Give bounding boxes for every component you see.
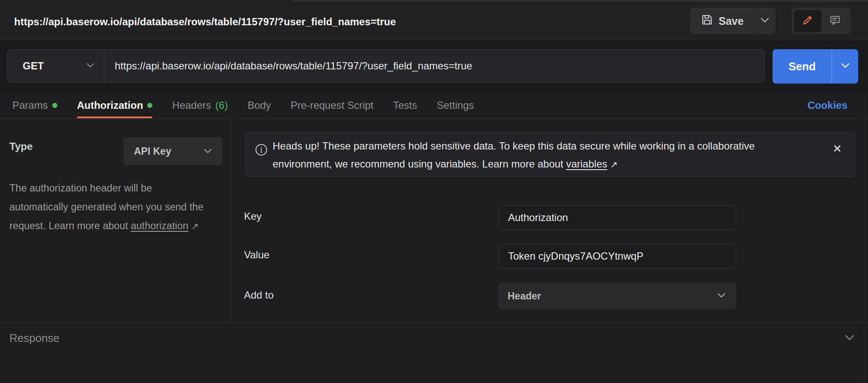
authorization-docs-link[interactable]: authorization bbox=[131, 220, 188, 231]
banner-close-icon[interactable]: ✕ bbox=[832, 143, 842, 154]
tab-authorization[interactable]: Authorization bbox=[77, 92, 153, 118]
value-field-label: Value bbox=[244, 249, 270, 261]
tab-body-label: Body bbox=[247, 99, 271, 111]
auth-description-line3: request. Learn more about bbox=[9, 220, 131, 231]
active-tab-underline bbox=[77, 117, 153, 118]
auth-description: The authorization header will be automat… bbox=[9, 179, 226, 236]
request-header: https://api.baserow.io/api/database/rows… bbox=[0, 2, 868, 41]
auth-type-dropdown[interactable]: API Key bbox=[123, 138, 223, 165]
save-button-label: Save bbox=[719, 15, 743, 27]
key-field-label: Key bbox=[244, 210, 262, 222]
auth-type-label: Type bbox=[9, 141, 33, 153]
send-options-button[interactable] bbox=[832, 49, 858, 84]
response-section[interactable]: Response bbox=[0, 323, 868, 383]
auth-type-value: API Key bbox=[134, 146, 171, 157]
edit-comment-toggle bbox=[792, 8, 851, 34]
green-dot-icon bbox=[52, 103, 57, 108]
request-tabs: Params Authorization Headers (6) Body Pr… bbox=[0, 92, 868, 119]
auth-description-line1: The authorization header will be bbox=[9, 183, 152, 194]
key-field-input[interactable]: Authorization bbox=[498, 205, 736, 230]
tab-tests[interactable]: Tests bbox=[393, 92, 417, 118]
app-window: https://api.baserow.io/api/database/rows… bbox=[0, 0, 868, 383]
chevron-down-icon bbox=[841, 63, 850, 70]
send-split-button: Send bbox=[773, 49, 858, 84]
request-title: https://api.baserow.io/api/database/rows… bbox=[14, 2, 396, 41]
banner-line2: environment, we recommend using variable… bbox=[273, 158, 566, 170]
tab-pre-request-script[interactable]: Pre-request Script bbox=[291, 92, 373, 118]
green-dot-icon bbox=[147, 103, 152, 108]
header-divider bbox=[780, 11, 781, 33]
chevron-down-icon bbox=[86, 62, 95, 70]
method-dropdown[interactable]: GET bbox=[7, 50, 104, 82]
chevron-down-icon bbox=[203, 148, 212, 156]
save-options-button[interactable] bbox=[754, 8, 776, 34]
cookies-link[interactable]: Cookies bbox=[808, 92, 847, 119]
tab-tests-label: Tests bbox=[393, 99, 417, 111]
external-link-arrow-icon: ↗ bbox=[610, 159, 618, 169]
tab-settings-label: Settings bbox=[437, 99, 474, 111]
chevron-down-icon bbox=[760, 17, 770, 25]
banner-text: Heads up! These parameters hold sensitiv… bbox=[273, 137, 829, 174]
response-label: Response bbox=[9, 332, 59, 345]
tab-params[interactable]: Params bbox=[12, 92, 57, 118]
banner-line1: Heads up! These parameters hold sensitiv… bbox=[273, 140, 755, 152]
tab-headers-label: Headers bbox=[172, 99, 211, 111]
save-button[interactable]: Save bbox=[690, 8, 754, 34]
scrollbar-track-edge bbox=[864, 92, 864, 383]
save-split-button: Save bbox=[690, 8, 776, 34]
tab-settings[interactable]: Settings bbox=[437, 92, 474, 118]
value-field-input[interactable]: Token cjyDnqys7AOCYtnwqP bbox=[498, 244, 736, 269]
tab-params-label: Params bbox=[12, 99, 48, 111]
sensitive-data-banner: i Heads up! These parameters hold sensit… bbox=[246, 132, 855, 177]
tab-headers[interactable]: Headers (6) bbox=[172, 92, 228, 118]
tab-pre-request-script-label: Pre-request Script bbox=[291, 99, 373, 111]
send-button[interactable]: Send bbox=[773, 49, 832, 84]
auth-details-panel: i Heads up! These parameters hold sensit… bbox=[232, 119, 868, 323]
addto-value: Header bbox=[508, 290, 541, 302]
tab-authorization-label: Authorization bbox=[77, 99, 143, 111]
pencil-icon bbox=[802, 14, 814, 28]
comments-button[interactable] bbox=[821, 10, 849, 32]
url-bar: GET https://api.baserow.io/api/database/… bbox=[7, 49, 765, 83]
auth-description-line2: automatically generated when you send th… bbox=[9, 201, 203, 212]
headers-count-badge: (6) bbox=[215, 99, 228, 111]
chevron-down-icon bbox=[844, 334, 855, 343]
info-circle-icon: i bbox=[256, 144, 267, 156]
url-input[interactable]: https://api.baserow.io/api/database/rows… bbox=[104, 50, 472, 82]
method-value: GET bbox=[23, 60, 44, 72]
floppy-disk-icon bbox=[701, 13, 713, 29]
url-bar-section: GET https://api.baserow.io/api/database/… bbox=[0, 41, 868, 92]
addto-dropdown[interactable]: Header bbox=[498, 283, 736, 309]
tab-body[interactable]: Body bbox=[247, 92, 271, 118]
chevron-down-icon bbox=[717, 292, 726, 300]
external-link-arrow-icon: ↗ bbox=[191, 221, 199, 231]
comment-bubble-icon bbox=[829, 14, 841, 28]
addto-field-label: Add to bbox=[244, 289, 273, 301]
variables-docs-link[interactable]: variables bbox=[566, 158, 607, 170]
auth-type-panel: Type API Key The authorization header wi… bbox=[0, 119, 232, 323]
edit-mode-button[interactable] bbox=[794, 10, 821, 32]
